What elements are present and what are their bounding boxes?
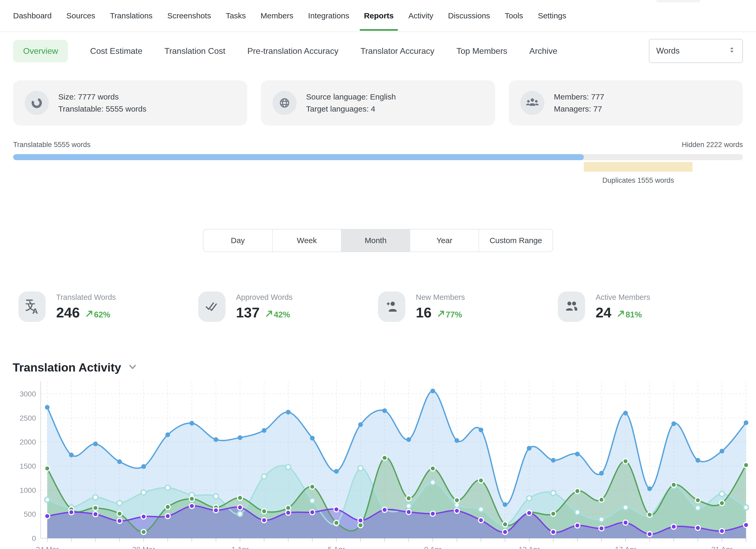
svg-text:9 Apr: 9 Apr	[424, 545, 441, 549]
svg-text:2000: 2000	[20, 438, 36, 446]
stat-new-members: New Members1677%	[378, 291, 558, 322]
svg-text:21 Apr: 21 Apr	[711, 545, 733, 549]
stat-label: Approved Words	[236, 293, 292, 302]
svg-text:A: A	[32, 307, 38, 315]
members-icon	[520, 91, 544, 115]
stat-value: 24	[596, 304, 611, 321]
stat-approved-words: Approved Words13742%	[198, 291, 378, 322]
stat-value: 16	[416, 304, 432, 321]
stat-label: Translated Words	[56, 293, 116, 302]
svg-text:1500: 1500	[20, 462, 36, 470]
card-line: Managers: 77	[554, 103, 604, 115]
nav-item-reports[interactable]: Reports	[364, 1, 393, 30]
subnav-tab-cost-estimate[interactable]: Cost Estimate	[90, 46, 142, 56]
duplicates-bar-segment	[584, 162, 692, 172]
double-check-icon	[198, 291, 225, 322]
stat-value: 137	[236, 304, 260, 321]
nav-item-discussions[interactable]: Discussions	[448, 1, 490, 30]
translatable-bar-segment	[13, 154, 584, 160]
words-breakdown: Translatable 5555 words Hidden 2222 word…	[13, 141, 743, 189]
card-line: Target languages: 4	[306, 103, 396, 115]
trend-up-icon	[86, 310, 93, 320]
card-line: Translatable: 5555 words	[58, 103, 146, 115]
stat-value: 246	[56, 304, 80, 321]
svg-text:500: 500	[24, 510, 36, 518]
translate-icon: 文A	[18, 291, 46, 322]
stat-label: Active Members	[596, 293, 650, 302]
translatable-label: Translatable 5555 words	[13, 141, 91, 149]
unit-select[interactable]: Words	[649, 39, 743, 63]
nav-item-members[interactable]: Members	[261, 1, 293, 30]
nav-item-translations[interactable]: Translations	[110, 1, 153, 30]
subnav-tab-archive[interactable]: Archive	[529, 46, 558, 56]
svg-text:0: 0	[32, 534, 36, 542]
stat-delta: 42%	[265, 310, 290, 320]
duplicates-label: Duplicates 1555 words	[602, 176, 674, 185]
nav-item-settings[interactable]: Settings	[538, 1, 566, 30]
card-line: Members: 777	[554, 91, 604, 103]
range-tab-custom-range[interactable]: Custom Range	[479, 229, 553, 252]
stat-label: New Members	[416, 293, 465, 302]
info-card-size: Size: 7777 wordsTranslatable: 5555 words	[13, 80, 247, 126]
stat-active-members: Active Members2481%	[558, 291, 738, 322]
nav-item-integrations[interactable]: Integrations	[308, 1, 349, 30]
trend-up-icon	[265, 310, 273, 320]
nav-item-activity[interactable]: Activity	[408, 1, 433, 30]
range-tab-week[interactable]: Week	[272, 229, 341, 252]
svg-text:1000: 1000	[20, 486, 36, 494]
select-arrows-icon	[728, 46, 736, 56]
nav-item-tasks[interactable]: Tasks	[226, 1, 246, 30]
card-line: Size: 7777 words	[58, 91, 146, 103]
top-navigation: DashboardSourcesTranslationsScreenshotsT…	[0, 0, 756, 32]
unit-select-value: Words	[656, 46, 680, 56]
date-range-toggle: DayWeekMonthYearCustom Range	[203, 229, 553, 252]
hidden-label: Hidden 2222 words	[682, 141, 743, 149]
range-tab-day[interactable]: Day	[203, 229, 272, 252]
globe-icon	[272, 91, 297, 115]
stat-delta: 81%	[617, 310, 642, 320]
section-title: Translation Activity	[13, 361, 121, 374]
trend-up-icon	[437, 310, 445, 320]
subnav-tab-translation-cost[interactable]: Translation Cost	[165, 46, 225, 56]
stat-delta: 77%	[437, 310, 462, 320]
card-line: Source language: English	[306, 91, 396, 103]
range-tab-year[interactable]: Year	[410, 229, 479, 252]
info-card-source-language: Source language: EnglishTarget languages…	[261, 80, 495, 126]
svg-text:17 Apr: 17 Apr	[615, 545, 636, 549]
translation-activity-chart: 24 Mar28 Mar1 Apr5 Apr9 Apr13 Apr17 Apr2…	[0, 379, 756, 549]
svg-text:1 Apr: 1 Apr	[232, 545, 249, 549]
trend-up-icon	[617, 310, 624, 320]
svg-text:3000: 3000	[20, 390, 36, 398]
words-progress-bar	[13, 154, 743, 160]
subnav-tab-top-members[interactable]: Top Members	[456, 46, 507, 56]
reports-subnav: OverviewCost EstimateTranslation CostPre…	[0, 32, 756, 63]
stat-translated-words: 文ATranslated Words24662%	[18, 291, 198, 322]
svg-text:13 Apr: 13 Apr	[518, 545, 540, 549]
donut-chart-icon	[25, 91, 49, 115]
chevron-down-icon[interactable]	[127, 364, 138, 372]
top-right-cropped-element	[656, 0, 700, 2]
active-members-icon	[558, 291, 585, 322]
info-card-members: Members: 777Managers: 77	[509, 80, 743, 126]
nav-item-screenshots[interactable]: Screenshots	[167, 1, 211, 30]
nav-item-sources[interactable]: Sources	[66, 1, 95, 30]
svg-text:24 Mar: 24 Mar	[36, 545, 59, 549]
subnav-tab-overview[interactable]: Overview	[13, 40, 68, 62]
svg-text:5 Apr: 5 Apr	[328, 545, 345, 549]
stat-delta: 62%	[86, 310, 110, 320]
subnav-tab-pre-translation-accuracy[interactable]: Pre-translation Accuracy	[247, 46, 338, 56]
add-member-icon	[378, 291, 405, 322]
range-tab-month[interactable]: Month	[341, 229, 410, 252]
subnav-tab-translator-accuracy[interactable]: Translator Accuracy	[360, 46, 434, 56]
nav-item-tools[interactable]: Tools	[505, 1, 523, 30]
nav-item-dashboard[interactable]: Dashboard	[13, 1, 52, 30]
svg-text:28 Mar: 28 Mar	[132, 545, 155, 549]
svg-text:2500: 2500	[20, 414, 36, 422]
